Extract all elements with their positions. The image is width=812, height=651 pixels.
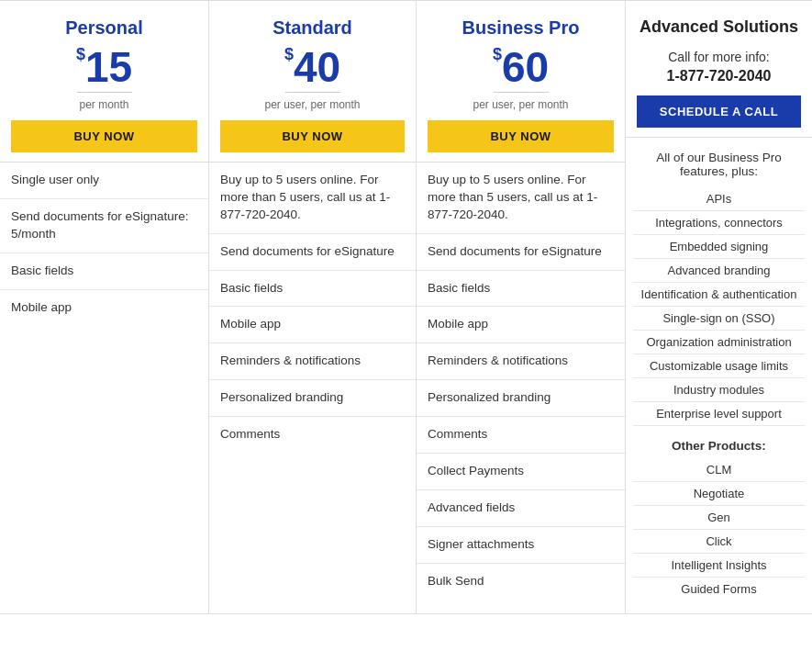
personal-feature-2: Send documents for eSignature: 5/month [0,199,208,253]
adv-feature-7: Organization administration [633,331,805,354]
bp-feature-7: Comments [417,417,625,454]
schedule-call-button[interactable]: SCHEDULE A CALL [637,95,801,128]
advanced-title: Advanced Solutions [637,17,801,37]
business-pro-price-dollar: $ [493,46,502,62]
advanced-features-section: All of our Business Pro features, plus: … [626,138,812,613]
standard-feature-4: Mobile app [209,307,416,343]
advanced-phone: 1-877-720-2040 [637,68,801,84]
bp-feature-1: Buy up to 5 users online. For more than … [417,163,625,234]
personal-plan-name: Personal [11,17,197,39]
personal-buy-button[interactable]: BUY NOW [11,120,197,152]
other-product-1: CLM [633,458,805,482]
standard-header: Standard $ 40 per user, per month BUY NO… [209,1,416,163]
personal-price-amount: 15 [85,46,132,88]
standard-feature-2: Send documents for eSignature [209,234,416,271]
bp-feature-9: Advanced fields [417,490,625,527]
adv-feature-9: Industry modules [633,378,805,402]
other-product-6: Guided Forms [633,578,805,600]
business-pro-plan-name: Business Pro [428,17,614,39]
standard-price-amount: 40 [294,46,340,88]
standard-column: Standard $ 40 per user, per month BUY NO… [209,1,417,614]
bp-feature-2: Send documents for eSignature [417,234,625,271]
advanced-features-intro: All of our Business Pro features, plus: [633,151,805,178]
advanced-column: Advanced Solutions Call for more info: 1… [626,1,812,614]
personal-header: Personal $ 15 per month BUY NOW [0,1,208,163]
adv-feature-10: Enterprise level support [633,402,805,426]
standard-plan-name: Standard [220,17,405,39]
other-product-2: Negotiate [633,482,805,506]
standard-feature-5: Reminders & notifications [209,343,416,380]
personal-column: Personal $ 15 per month BUY NOW Single u… [0,1,209,614]
standard-buy-button[interactable]: BUY NOW [220,120,405,152]
bp-feature-11: Bulk Send [417,564,625,600]
pricing-grid: Personal $ 15 per month BUY NOW Single u… [0,0,812,614]
business-pro-column: Business Pro $ 60 per user, per month BU… [417,1,626,614]
standard-price-period: per user, per month [220,98,405,111]
advanced-header: Advanced Solutions Call for more info: 1… [626,1,812,138]
adv-feature-6: Single-sign on (SSO) [633,307,805,331]
adv-feature-2: Integrations, connectors [633,211,805,235]
bp-feature-5: Reminders & notifications [417,343,625,380]
bp-feature-10: Signer attachments [417,527,625,564]
advanced-call-text: Call for more info: [637,50,801,64]
adv-feature-3: Embedded signing [633,235,805,259]
adv-feature-5: Identification & authentication [633,283,805,307]
personal-feature-4: Mobile app [0,290,208,326]
personal-feature-3: Basic fields [0,253,208,290]
other-products-title: Other Products: [633,439,805,453]
standard-feature-3: Basic fields [209,271,416,308]
adv-feature-8: Customizable usage limits [633,354,805,378]
standard-feature-6: Personalized branding [209,380,416,417]
adv-feature-4: Advanced branding [633,259,805,283]
other-product-3: Gen [633,506,805,530]
bp-feature-4: Mobile app [417,307,625,343]
standard-feature-7: Comments [209,417,416,453]
other-product-5: Intelligent Insights [633,554,805,578]
business-pro-price-period: per user, per month [428,98,614,111]
business-pro-buy-button[interactable]: BUY NOW [428,120,614,152]
bp-feature-3: Basic fields [417,271,625,308]
other-product-4: Click [633,530,805,554]
bp-feature-6: Personalized branding [417,380,625,417]
personal-price-period: per month [11,98,197,111]
business-pro-header: Business Pro $ 60 per user, per month BU… [417,1,625,163]
standard-price-dollar: $ [284,46,294,62]
personal-feature-1: Single user only [0,163,208,199]
business-pro-price-amount: 60 [502,46,549,88]
bp-feature-8: Collect Payments [417,454,625,490]
standard-feature-1: Buy up to 5 users online. For more than … [209,163,416,234]
adv-feature-1: APIs [633,187,805,211]
personal-price-dollar: $ [76,46,85,62]
